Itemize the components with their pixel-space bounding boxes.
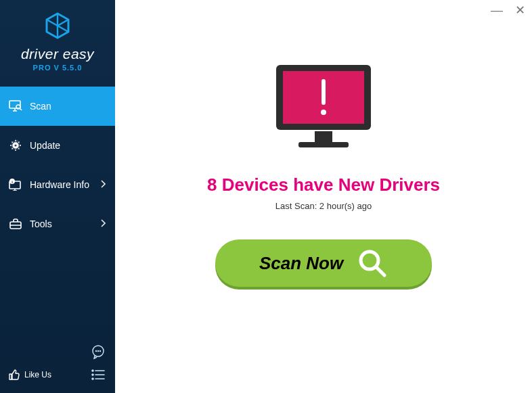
sidebar-item-hardware-info[interactable]: i Hardware Info (0, 165, 115, 204)
feedback-chat-icon[interactable] (89, 343, 107, 361)
headline-text: 8 Devices have New Drivers (207, 175, 440, 195)
svg-point-9 (98, 351, 99, 352)
sidebar-nav: Scan Update i Hardware Info (0, 87, 115, 244)
sidebar-bottom: Like Us (0, 336, 115, 393)
sidebar-item-tools[interactable]: Tools (0, 204, 115, 244)
window-controls: ― ✕ (491, 4, 525, 16)
main-content: 8 Devices have New Drivers Last Scan: 2 … (115, 0, 532, 287)
svg-point-8 (96, 351, 97, 352)
brand-version: PRO V 5.5.0 (0, 64, 115, 72)
toolbox-icon (8, 218, 23, 230)
svg-point-19 (321, 110, 326, 115)
scan-monitor-icon (8, 100, 23, 112)
sidebar-bottom-row-2: Like Us (8, 366, 107, 384)
svg-rect-16 (315, 131, 332, 142)
close-button[interactable]: ✕ (515, 4, 525, 16)
like-us-button[interactable]: Like Us (8, 369, 51, 381)
sidebar-bottom-row-1 (8, 343, 107, 361)
sidebar-item-label: Tools (30, 218, 52, 229)
svg-line-21 (376, 267, 384, 275)
menu-list-icon[interactable] (89, 366, 107, 384)
sidebar-item-update[interactable]: Update (0, 126, 115, 165)
svg-point-12 (92, 374, 93, 375)
sidebar-item-scan[interactable]: Scan (0, 87, 115, 126)
app-window: driver easy PRO V 5.5.0 Scan Update i (0, 0, 532, 393)
magnifier-icon (357, 248, 388, 279)
main-panel: ― ✕ 8 Devices have New Drivers Last Scan… (115, 0, 532, 393)
sidebar-item-label: Hardware Info (30, 179, 89, 190)
brand-name: driver easy (0, 46, 115, 62)
svg-point-10 (100, 351, 101, 352)
like-us-label: Like Us (24, 370, 51, 379)
chevron-right-icon (100, 218, 106, 229)
sidebar: driver easy PRO V 5.5.0 Scan Update i (0, 0, 115, 393)
minimize-button[interactable]: ― (491, 4, 503, 16)
chevron-right-icon (100, 179, 106, 190)
svg-rect-17 (298, 142, 349, 147)
svg-point-11 (92, 370, 93, 371)
thumbs-up-icon (8, 369, 20, 381)
brand-block: driver easy PRO V 5.5.0 (0, 0, 115, 77)
last-scan-text: Last Scan: 2 hour(s) ago (275, 201, 372, 211)
alert-monitor-illustration (266, 61, 381, 158)
gear-icon (8, 139, 23, 152)
sidebar-item-label: Scan (30, 101, 51, 112)
brand-logo-icon (41, 11, 74, 43)
svg-point-13 (92, 378, 93, 379)
scan-now-label: Scan Now (259, 253, 343, 274)
scan-now-button[interactable]: Scan Now (215, 239, 432, 287)
sidebar-item-label: Update (30, 140, 60, 151)
info-device-icon: i (8, 179, 23, 191)
